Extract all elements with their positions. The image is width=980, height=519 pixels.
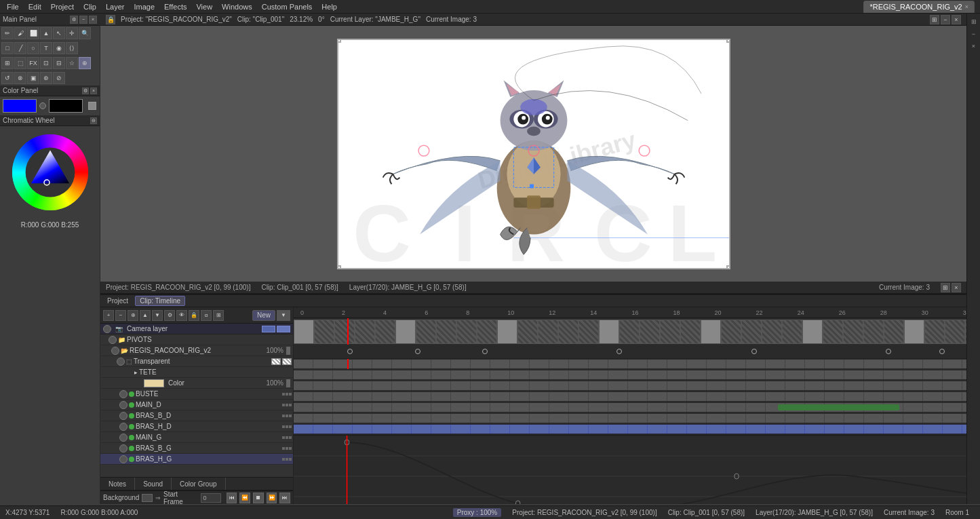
main-g-eye[interactable] [119, 434, 128, 442]
misc-tool-7[interactable]: ⊛ [40, 72, 52, 84]
shape-tool[interactable]: □ [1, 42, 14, 54]
misc-tool-1[interactable]: ⊡ [40, 57, 52, 69]
timeline-tracks[interactable]: 024681012141618202224262830323436 [294, 318, 966, 504]
play-end-btn[interactable]: ⏭ [279, 493, 290, 503]
menu-file[interactable]: File [3, 0, 23, 13]
layer-main-g[interactable]: MAIN_G [100, 432, 293, 443]
buste-eye[interactable] [119, 390, 128, 398]
right-panel-btn-2[interactable]: − [968, 28, 979, 39]
regis-eye[interactable] [111, 347, 119, 355]
canvas-expand-btn[interactable]: ⊞ [930, 15, 939, 24]
right-panel-btn-3[interactable]: × [968, 41, 979, 52]
right-panel-btn-1[interactable]: ⊞ [968, 16, 979, 27]
move-tool[interactable]: ✛ [66, 27, 78, 39]
chromatic-wheel-close[interactable]: ⊖ [90, 117, 97, 124]
select-tool[interactable]: ↖ [53, 27, 65, 39]
bras-b-g-eye[interactable] [119, 444, 128, 453]
warp-tool[interactable]: ⟨⟩ [66, 42, 78, 54]
misc-tool-2[interactable]: ⊟ [53, 57, 65, 69]
lock-btn[interactable]: 🔒 [189, 310, 199, 321]
color-group-tab[interactable]: Color Group [172, 478, 225, 490]
motion-dot-2[interactable] [415, 349, 420, 354]
ellipse-tool[interactable]: ○ [27, 42, 39, 54]
eraser-tool[interactable]: ⬜ [27, 27, 39, 39]
layer-bras-b-g[interactable]: BRAS_B_G [100, 443, 293, 454]
project-tab[interactable]: Project [103, 297, 132, 305]
pen-tool[interactable]: ✏ [1, 27, 14, 39]
camera-layer-row[interactable]: 📷 Camera layer [100, 324, 293, 334]
active-tab[interactable]: *REGIS_RACOON_RIG_v2 × [863, 1, 975, 13]
primary-color-swatch[interactable] [3, 99, 37, 113]
fx-tool[interactable]: FX [27, 57, 39, 69]
bras-h-d-eye[interactable] [119, 423, 128, 431]
color-wheel-canvas[interactable] [9, 132, 91, 213]
motion-dot-6[interactable] [886, 349, 891, 354]
start-frame-input[interactable]: 0 [201, 493, 220, 503]
move-up-btn[interactable]: ▲ [140, 310, 151, 321]
panel-options-btn[interactable]: ⚙ [70, 16, 78, 24]
expand-btn[interactable]: ⊞ [213, 310, 224, 321]
misc-tool-4[interactable]: ↺ [1, 72, 14, 84]
menu-layer[interactable]: Layer [102, 0, 129, 13]
menu-windows[interactable]: Windows [218, 0, 256, 13]
color-option-1[interactable] [88, 102, 96, 110]
panel-minimize-btn[interactable]: − [79, 16, 87, 24]
menu-view[interactable]: View [192, 0, 216, 13]
sound-tab[interactable]: Sound [135, 478, 172, 490]
color-wheel-container[interactable] [0, 126, 100, 218]
camera-eye[interactable] [103, 325, 111, 333]
misc-tool-3[interactable]: ☆ [66, 57, 78, 69]
layer-tete[interactable]: ▸ TETE [100, 367, 293, 378]
tete-collapse[interactable]: ▸ [134, 369, 138, 376]
motion-dot-4[interactable] [616, 349, 622, 354]
canvas-minimize-btn[interactable]: − [941, 15, 950, 24]
menu-help[interactable]: Help [317, 0, 341, 13]
delete-layer-btn[interactable]: − [115, 310, 126, 321]
layer-bras-b-d[interactable]: BRAS_B_D [100, 410, 293, 421]
transparent-eye[interactable] [117, 358, 125, 366]
add-layer-btn[interactable]: + [103, 310, 114, 321]
corner-handle-tl[interactable] [337, 39, 341, 43]
visibility-btn[interactable]: 👁 [176, 310, 187, 321]
duplicate-layer-btn[interactable]: ⊕ [128, 310, 138, 321]
panel-close-btn[interactable]: × [89, 16, 97, 24]
menu-clip[interactable]: Clip [79, 0, 100, 13]
layer-tool[interactable]: ⬚ [14, 57, 26, 69]
notes-tab[interactable]: Notes [100, 478, 135, 490]
transform-tool[interactable]: ⊕ [79, 57, 91, 69]
new-layer-dropdown[interactable]: ▼ [277, 310, 290, 321]
play-prev-btn[interactable]: ⏪ [239, 493, 250, 503]
layer-bras-h-g[interactable]: BRAS_H_G [100, 454, 293, 465]
corner-handle-br[interactable] [726, 265, 730, 269]
canvas-area[interactable]: C I R C L Digital Library [100, 26, 966, 282]
corner-handle-bl[interactable] [337, 265, 341, 269]
pivots-eye[interactable] [109, 336, 117, 344]
color-opacity-slider[interactable] [286, 379, 290, 387]
zoom-tool[interactable]: 🔍 [79, 27, 91, 39]
stamp-tool[interactable]: ◉ [53, 42, 65, 54]
fill-tool[interactable]: ▲ [40, 27, 52, 39]
bras-b-d-eye[interactable] [119, 412, 128, 420]
color-panel-opt[interactable]: ⚙ [82, 88, 89, 94]
menu-project[interactable]: Project [47, 0, 78, 13]
layer-transparent[interactable]: ⬚ Transparent [100, 356, 293, 367]
layer-color[interactable]: Color 100% [100, 378, 293, 389]
menu-custom-panels[interactable]: Custom Panels [258, 0, 317, 13]
motion-dot-3[interactable] [482, 349, 488, 354]
window-lock-btn[interactable]: 🔒 [106, 15, 115, 24]
move-down-btn[interactable]: ▼ [152, 310, 163, 321]
motion-dot-5[interactable] [751, 349, 757, 354]
canvas-close-btn[interactable]: × [952, 15, 961, 24]
brush-tool[interactable]: 🖌 [14, 27, 26, 39]
line-tool[interactable]: ╱ [14, 42, 26, 54]
play-next-btn[interactable]: ⏩ [267, 493, 277, 503]
timeline-close-btn[interactable]: × [952, 283, 961, 292]
play-back-btn[interactable]: ⏮ [227, 493, 237, 503]
layer-regis-rig[interactable]: 📂 REGIS_RACOON_RIG_v2 100% [100, 345, 293, 356]
layer-options-btn[interactable]: ⚙ [164, 310, 175, 321]
misc-tool-5[interactable]: ⊗ [14, 72, 26, 84]
layer-buste[interactable]: BUSTE [100, 389, 293, 400]
menu-edit[interactable]: Edit [24, 0, 45, 13]
misc-tool-8[interactable]: ⊘ [53, 72, 65, 84]
new-layer-btn[interactable]: New [252, 310, 275, 321]
